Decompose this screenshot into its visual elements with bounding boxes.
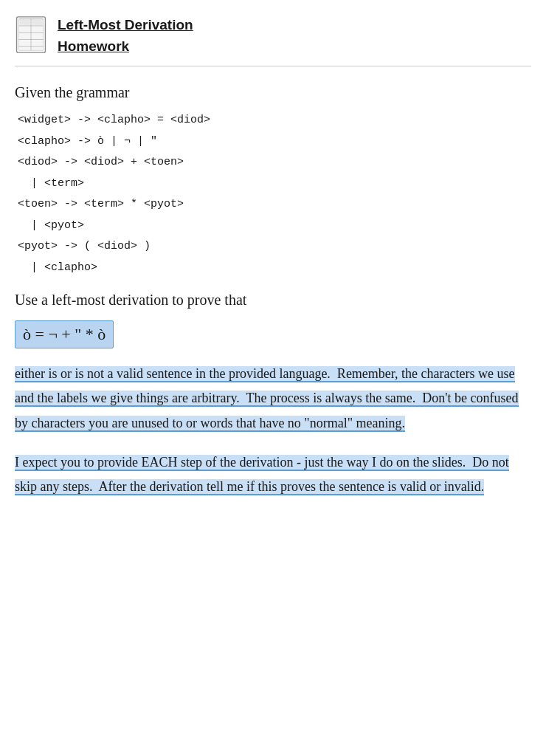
paragraph-2: I expect you to provide EACH step of the… bbox=[15, 450, 531, 500]
grammar-line-4: | <term> bbox=[18, 173, 531, 195]
grammar-line-1: <widget> -> <clapho> = <diod> bbox=[18, 110, 531, 131]
grammar-line-5: <toen> -> <term> * <pyot> bbox=[18, 194, 531, 216]
use-label: Use a left-most derivation to prove that bbox=[15, 292, 531, 309]
expression-container: ò = ¬ + " * ò bbox=[15, 320, 531, 362]
grammar-line-8: | <clapho> bbox=[18, 258, 531, 279]
page-header: Left-Most Derivation Homework bbox=[15, 15, 531, 66]
grammar-line-7: <pyot> -> ( <diod> ) bbox=[18, 236, 531, 258]
p1-text: either is or is not a valid sentence in … bbox=[15, 366, 519, 432]
grammar-line-6: | <pyot> bbox=[18, 216, 531, 237]
header-title: Left-Most Derivation Homework bbox=[58, 15, 193, 57]
given-section: Given the grammar <widget> -> <clapho> =… bbox=[15, 84, 531, 278]
paragraph-1: either is or is not a valid sentence in … bbox=[15, 362, 531, 436]
grammar-block: <widget> -> <clapho> = <diod> <clapho> -… bbox=[18, 110, 531, 278]
grammar-line-3: <diod> -> <diod> + <toen> bbox=[18, 152, 531, 173]
svg-rect-8 bbox=[19, 20, 30, 25]
given-label: Given the grammar bbox=[15, 84, 531, 101]
p2-text: I expect you to provide EACH step of the… bbox=[15, 455, 509, 495]
grammar-line-2: <clapho> -> ò | ¬ | " bbox=[18, 131, 531, 153]
svg-rect-9 bbox=[32, 20, 43, 25]
document-icon bbox=[15, 16, 47, 53]
use-derivation-section: Use a left-most derivation to prove that… bbox=[15, 292, 531, 499]
math-expression: ò = ¬ + " * ò bbox=[15, 320, 114, 348]
